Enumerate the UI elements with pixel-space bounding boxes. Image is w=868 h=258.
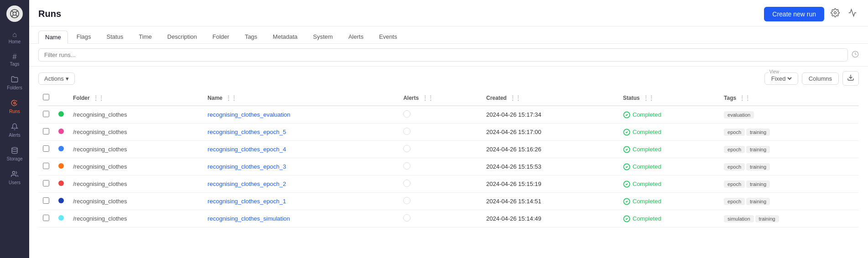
users-icon [11, 170, 18, 179]
tag-badge[interactable]: training [746, 198, 770, 205]
app-logo[interactable] [6, 5, 23, 22]
status-label: Completed [633, 198, 661, 205]
svg-point-9 [834, 12, 837, 14]
row-checkbox-1[interactable] [43, 128, 49, 134]
table-row: /recognising_clothesrecognising_clothes_… [38, 158, 859, 175]
folder-path: /recognising_clothes [73, 181, 127, 187]
status-badge: Completed [623, 181, 715, 188]
col-alerts[interactable]: Alerts ⋮⋮ [399, 90, 482, 106]
sidebar-item-storage[interactable]: Storage [0, 143, 29, 165]
alert-indicator [403, 110, 411, 118]
sidebar-item-home[interactable]: ⌂ Home [0, 27, 29, 48]
filter-runs-input[interactable] [38, 48, 848, 62]
sidebar-item-users[interactable]: Users [0, 167, 29, 189]
actions-button[interactable]: Actions ▾ [38, 72, 75, 85]
tag-badge[interactable]: training [746, 163, 770, 170]
run-name-link[interactable]: recognising_clothes_epoch_1 [208, 198, 286, 205]
tag-badge[interactable]: epoch [724, 181, 745, 188]
runs-table: Folder ⋮⋮ Name ⋮⋮ Alerts ⋮⋮ Created ⋮⋮ S… [38, 90, 859, 227]
col-created[interactable]: Created ⋮⋮ [482, 90, 619, 106]
tab-metadata[interactable]: Metadata [266, 30, 304, 43]
alerts-icon [11, 123, 18, 132]
select-all-checkbox[interactable] [43, 94, 49, 100]
tab-description[interactable]: Description [161, 30, 204, 43]
sidebar-item-folders[interactable]: Folders [0, 72, 29, 94]
col-select [38, 90, 54, 106]
chart-icon[interactable] [846, 6, 859, 21]
table-body: /recognising_clothesrecognising_clothes_… [38, 106, 859, 227]
row-checkbox-2[interactable] [43, 145, 49, 152]
status-badge: Completed [623, 111, 715, 119]
svg-line-2 [12, 11, 14, 13]
run-name-link[interactable]: recognising_clothes_epoch_3 [208, 163, 286, 170]
tag-badge[interactable]: epoch [724, 198, 745, 205]
run-name-link[interactable]: recognising_clothes_epoch_2 [208, 181, 286, 187]
run-name-link[interactable]: recognising_clothes_evaluation [208, 111, 290, 118]
tab-events[interactable]: Events [372, 30, 404, 43]
folder-path: /recognising_clothes [73, 198, 127, 205]
status-completed-icon [623, 181, 630, 188]
tag-badge[interactable]: epoch [724, 146, 745, 153]
tab-system[interactable]: System [306, 30, 339, 43]
created-date: 2024-04-26 15:14:49 [486, 215, 541, 222]
tag-badge[interactable]: evaluation [724, 111, 754, 119]
status-completed-icon [623, 111, 630, 119]
folder-path: /recognising_clothes [73, 129, 127, 135]
sidebar-item-runs[interactable]: Runs [0, 96, 29, 118]
tab-folder[interactable]: Folder [206, 30, 236, 43]
columns-button[interactable]: Columns [802, 72, 839, 85]
tag-badge[interactable]: epoch [724, 129, 745, 136]
status-completed-icon [623, 129, 630, 136]
tab-flags[interactable]: Flags [70, 30, 98, 43]
create-new-run-button[interactable]: Create new run [764, 7, 824, 21]
col-name[interactable]: Name ⋮⋮ [203, 90, 399, 106]
run-name-link[interactable]: recognising_clothes_epoch_5 [208, 129, 286, 135]
row-checkbox-0[interactable] [43, 111, 49, 117]
status-label: Completed [633, 163, 661, 170]
status-completed-icon [623, 215, 630, 222]
svg-line-5 [12, 15, 14, 17]
tab-tags[interactable]: Tags [238, 30, 264, 43]
sidebar-item-tags[interactable]: # Tags [0, 50, 29, 70]
created-date: 2024-04-26 15:17:34 [486, 111, 541, 118]
folder-path: /recognising_clothes [73, 111, 127, 118]
tag-badge[interactable]: epoch [724, 163, 745, 170]
view-select[interactable]: Fixed Fluid [769, 75, 793, 83]
tag-badge[interactable]: training [755, 215, 779, 222]
sidebar-item-alerts[interactable]: Alerts [0, 119, 29, 141]
main-content: Runs Create new run Name Flags Status Ti… [29, 0, 868, 258]
row-checkbox-6[interactable] [43, 215, 49, 221]
tab-time[interactable]: Time [132, 30, 158, 43]
tag-badge[interactable]: training [746, 129, 770, 136]
tag-badge[interactable]: training [746, 146, 770, 153]
page-header: Runs Create new run [29, 0, 868, 26]
tab-name[interactable]: Name [38, 31, 68, 44]
tag-badge[interactable]: simulation [724, 215, 754, 222]
col-folder[interactable]: Folder ⋮⋮ [68, 90, 203, 106]
view-selector[interactable]: View Fixed Fluid [764, 72, 798, 85]
alert-indicator [403, 145, 411, 152]
status-label: Completed [633, 111, 661, 118]
color-dot [58, 111, 64, 117]
tab-status[interactable]: Status [99, 30, 130, 43]
svg-point-1 [13, 12, 16, 15]
download-button[interactable] [842, 71, 859, 86]
tab-alerts[interactable]: Alerts [342, 30, 370, 43]
run-name-link[interactable]: recognising_clothes_simulation [208, 215, 290, 222]
col-status[interactable]: Status ⋮⋮ [619, 90, 719, 106]
filter-history-icon[interactable] [852, 51, 859, 60]
status-completed-icon [623, 163, 630, 170]
col-tags[interactable]: Tags ⋮⋮ [719, 90, 859, 106]
status-badge: Completed [623, 215, 715, 222]
settings-icon[interactable] [829, 6, 842, 21]
table-row: /recognising_clothesrecognising_clothes_… [38, 124, 859, 141]
page-title: Runs [38, 9, 61, 19]
tag-badge[interactable]: training [746, 181, 770, 188]
status-badge: Completed [623, 129, 715, 136]
alert-indicator [403, 128, 411, 135]
run-name-link[interactable]: recognising_clothes_epoch_4 [208, 146, 286, 153]
row-checkbox-3[interactable] [43, 163, 49, 169]
color-dot [58, 163, 64, 169]
row-checkbox-5[interactable] [43, 197, 49, 204]
row-checkbox-4[interactable] [43, 180, 49, 186]
